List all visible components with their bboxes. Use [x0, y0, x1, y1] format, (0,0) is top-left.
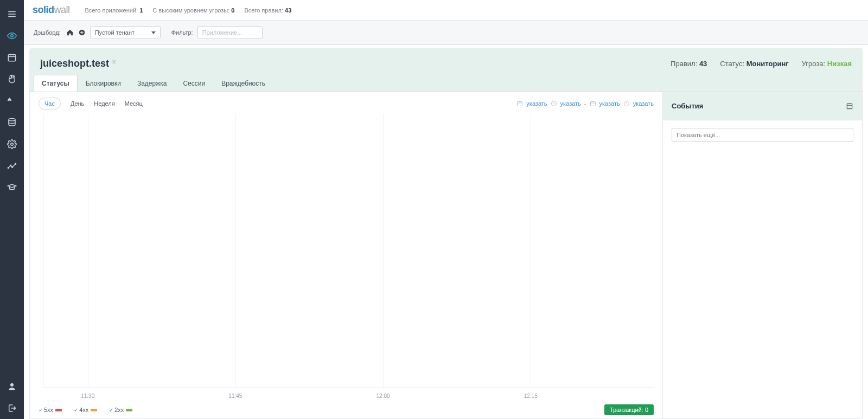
- chevron-down-icon: [151, 31, 156, 34]
- sidebar-item-signals[interactable]: [0, 90, 24, 112]
- sidebar-item-events[interactable]: [0, 47, 24, 68]
- svg-point-17: [113, 61, 115, 63]
- range-week[interactable]: Неделя: [94, 100, 114, 107]
- events-title: События: [672, 102, 703, 110]
- svg-point-3: [11, 35, 14, 37]
- svg-point-12: [12, 166, 13, 167]
- stat-total-rules: Всего правил: 43: [244, 7, 291, 14]
- analytics-icon: [7, 161, 17, 171]
- app-threat: Угроза: Низкая: [802, 60, 852, 68]
- range-day[interactable]: День: [71, 100, 84, 107]
- transactions-badge: Транзакций: 0: [604, 404, 654, 415]
- app-header: juiceshopt.test Правил: 43 Статус: Монит…: [29, 48, 863, 92]
- chart-plot: 11:30 11:45 12:00 12:15: [39, 114, 654, 401]
- legend-4xx[interactable]: 4xx: [74, 407, 97, 413]
- time-from-link[interactable]: указать: [560, 100, 581, 107]
- svg-point-9: [11, 143, 14, 146]
- x-tick: 11:45: [228, 393, 242, 399]
- tab-statuses[interactable]: Статусы: [34, 75, 78, 92]
- app-status: Статус: Мониторинг: [720, 60, 788, 68]
- time-to-link[interactable]: указать: [633, 100, 654, 107]
- chart-legend: 5xx 4xx 2xx: [39, 407, 132, 413]
- svg-point-8: [9, 119, 15, 121]
- app-tabs: Статусы Блокировки Задержка Сессии Вражд…: [29, 75, 863, 92]
- stat-high-threat: С высоким уровнем угрозы: 0: [152, 7, 234, 14]
- sidebar-item-analytics[interactable]: [0, 155, 24, 177]
- chart-area: Час День Неделя Месяц указать указать - …: [30, 92, 662, 418]
- calendar-icon: [516, 100, 523, 107]
- education-icon: [7, 183, 17, 192]
- hand-icon: [7, 74, 17, 84]
- svg-rect-18: [518, 102, 522, 106]
- menu-toggle-button[interactable]: [0, 3, 24, 25]
- events-show-more-input[interactable]: [672, 128, 853, 142]
- menu-icon: [7, 9, 17, 19]
- app-settings-gear-icon[interactable]: [111, 59, 117, 65]
- svg-rect-21: [590, 102, 595, 106]
- signal-icon: [7, 96, 17, 106]
- date-range-separator: -: [584, 100, 586, 107]
- top-stats-bar: solidwall Всего приложений: 1 С высоким …: [24, 0, 868, 21]
- sidebar-item-database[interactable]: [0, 112, 24, 133]
- filter-input[interactable]: [197, 26, 263, 39]
- tab-hostility[interactable]: Враждебность: [213, 75, 273, 92]
- svg-rect-24: [847, 104, 852, 108]
- x-tick: 12:15: [524, 393, 538, 399]
- dashboard-label: Дэшборд:: [34, 29, 61, 36]
- database-icon: [7, 118, 17, 127]
- filter-label: Фильтр:: [171, 29, 193, 36]
- time-range-tabs: Час День Неделя Месяц: [39, 98, 143, 109]
- clock-icon: [551, 100, 557, 107]
- app-title: juiceshopt.test: [40, 58, 109, 69]
- range-month[interactable]: Месяц: [125, 100, 143, 107]
- sidebar-item-logout[interactable]: [0, 397, 24, 419]
- svg-point-10: [8, 167, 9, 169]
- x-tick: 12:00: [376, 393, 390, 399]
- tenant-selected-label: Пустой тенант: [95, 29, 135, 36]
- sidebar-item-rules[interactable]: [0, 68, 24, 90]
- date-range-picker: указать указать - указать указать: [516, 100, 654, 107]
- home-icon[interactable]: [66, 29, 74, 36]
- svg-rect-4: [8, 55, 16, 61]
- date-to-link[interactable]: указать: [599, 100, 620, 107]
- tab-sessions[interactable]: Сессии: [175, 75, 213, 92]
- logout-icon: [7, 403, 17, 413]
- events-panel: События: [662, 92, 862, 418]
- sidebar: [0, 0, 24, 419]
- gear-icon: [7, 139, 17, 149]
- plus-circle-icon[interactable]: [78, 29, 86, 36]
- tab-blocks[interactable]: Блокировки: [78, 75, 129, 92]
- svg-point-11: [10, 165, 11, 166]
- logo: solidwall: [33, 4, 70, 16]
- dashboard-toolbar: Дэшборд: Пустой тенант Фильтр:: [24, 21, 868, 45]
- date-from-link[interactable]: указать: [526, 100, 547, 107]
- svg-point-13: [15, 163, 16, 164]
- app-rules: Правил: 43: [671, 60, 707, 68]
- x-tick: 11:30: [81, 393, 94, 399]
- clock-icon: [623, 100, 630, 107]
- calendar-icon: [590, 100, 596, 107]
- sidebar-item-dashboard[interactable]: [0, 25, 24, 47]
- tab-delay[interactable]: Задержка: [129, 75, 175, 92]
- legend-2xx[interactable]: 2xx: [109, 407, 132, 413]
- sidebar-item-account[interactable]: [0, 376, 24, 397]
- sidebar-item-education[interactable]: [0, 177, 24, 198]
- eye-icon: [7, 31, 17, 41]
- calendar-icon: [7, 53, 17, 62]
- user-icon: [7, 382, 17, 391]
- legend-5xx[interactable]: 5xx: [39, 407, 62, 413]
- sidebar-item-settings[interactable]: [0, 133, 24, 155]
- tenant-select[interactable]: Пустой тенант: [90, 26, 161, 39]
- range-hour[interactable]: Час: [39, 98, 61, 109]
- expand-icon[interactable]: [846, 102, 853, 110]
- svg-point-14: [10, 383, 14, 386]
- stat-total-apps: Всего приложений: 1: [85, 7, 143, 14]
